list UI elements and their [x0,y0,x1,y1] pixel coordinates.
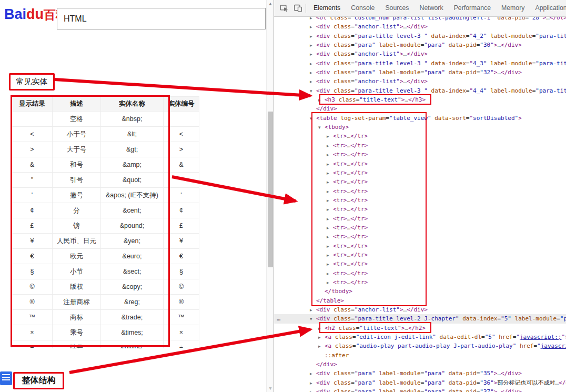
tab-console[interactable]: Console [346,0,380,16]
tree-line[interactable]: ▸<tr>…</tr> [274,232,566,241]
tree-line[interactable]: ▸<tr>…</tr> [274,214,566,223]
tree-line[interactable]: </div> [274,104,566,113]
tree-line[interactable]: ▸<div class="para" label-module="para" d… [274,378,566,387]
syntax-token: class [330,78,351,85]
device-toolbar-icon[interactable] [291,2,305,15]
more-actions-icon[interactable]: … [277,314,281,323]
scrollbar-thumb[interactable] [268,112,273,267]
tree-line[interactable]: ▾<tbody> [274,123,566,132]
expand-icon[interactable]: ▸ [327,215,333,224]
tree-line[interactable]: ▸<div class="anchor-list">…</div> [274,22,566,31]
tree-line[interactable]: ▸<a class="audio-play part-audio-play J-… [274,341,566,350]
tree-line[interactable]: ▸<tr>…</tr> [274,242,566,250]
expand-icon[interactable]: ▸ [310,77,316,86]
tree-line[interactable]: </table> [274,296,566,305]
expand-icon[interactable]: ▸ [310,32,316,41]
tree-line[interactable]: ▸<a class="edit-icon j-edit-link" data-e… [274,333,566,341]
expand-icon[interactable]: ▸ [327,242,333,251]
tab-network[interactable]: Network [415,0,449,16]
syntax-token: label-module [487,60,532,67]
tree-line[interactable]: ::after [274,351,566,360]
tree-line[interactable]: ▸<tr>…</tr> [274,159,566,168]
tab-application[interactable]: Application [530,0,566,16]
tree-line[interactable]: </tbody> [274,287,566,296]
expand-icon[interactable]: ▸ [327,187,333,196]
tree-line[interactable]: ▸<tr>…</tr> [274,278,566,287]
tree-line[interactable]: ▾<table log-set-param="table_view" data-… [274,114,566,123]
tree-line[interactable]: ▸<div class="para" label-module="para" d… [274,41,566,49]
tree-line[interactable]: ▸<h2 class="title-text">…</h2> [274,324,566,333]
tree-line[interactable]: ▸<div class="anchor-list">…</div> [274,77,566,86]
expand-icon[interactable]: ▸ [327,233,333,242]
expand-icon[interactable]: ▸ [327,224,333,233]
tree-line[interactable]: ▸<tr>…</tr> [274,196,566,205]
tree-line[interactable]: ▸<div class="para" label-module="para" d… [274,68,566,77]
tree-line[interactable]: ▸<tr>…</tr> [274,205,566,214]
expand-icon[interactable]: ▸ [327,205,333,214]
tree-line[interactable]: ▸<div class="anchor-list">…</div> [274,305,566,314]
tree-line[interactable]: ▸<tr>…</tr> [274,250,566,259]
syntax-token: <tr> [333,279,347,286]
page-scrollbar[interactable]: ▲ ▼ [266,0,274,392]
syntax-token: data-index [428,60,466,67]
tree-line[interactable]: </div> [274,360,566,369]
tree-line[interactable]: ▸<tr>…</tr> [274,269,566,278]
expand-icon[interactable]: ▸ [327,142,333,150]
expand-icon[interactable]: ▸ [310,306,316,315]
tree-line[interactable]: ▸<div class="para" label-module="para" d… [274,369,566,378]
href-link[interactable]: javascript:; [520,334,561,340]
tree-line[interactable]: ▸<tr>…</tr> [274,223,566,232]
tree-line[interactable]: ▾<div class="para-title level-3 " data-i… [274,86,566,95]
tab-elements[interactable]: Elements [308,0,346,16]
expand-icon[interactable]: ▸ [310,369,316,378]
expand-icon[interactable]: ▸ [327,260,333,269]
expand-icon[interactable]: ▸ [310,50,316,59]
expand-icon[interactable]: ▸ [327,269,333,278]
expand-icon[interactable]: ▸ [327,169,333,178]
expand-icon[interactable]: ▸ [310,23,316,32]
tree-line[interactable]: ▸<tr>…</tr> [274,168,566,177]
expand-icon[interactable]: ▸ [327,196,333,205]
expand-icon[interactable]: ▸ [327,251,333,260]
expand-icon[interactable]: ▸ [327,150,333,159]
tree-line[interactable]: ▸<div class="para" label-module="para" d… [274,387,566,392]
expand-icon[interactable]: ▸ [318,96,325,105]
expand-icon[interactable]: ▸ [310,379,316,388]
tree-line[interactable]: ▸<tr>…</tr> [274,177,566,186]
tab-memory[interactable]: Memory [496,0,530,16]
expand-icon[interactable]: ▸ [310,41,316,50]
expand-icon[interactable]: ▸ [327,178,333,187]
collapse-icon[interactable]: ▾ [310,315,316,324]
tree-line[interactable]: ▸<div class="para-title level-3 " data-i… [274,59,566,68]
tree-line[interactable]: ▸<tr>…</tr> [274,187,566,196]
expand-icon[interactable]: ▸ [310,59,316,68]
tree-line[interactable]: ▸<div class="anchor-list">…</div> [274,49,566,58]
scroll-down-icon[interactable]: ▼ [267,386,274,391]
expand-icon[interactable]: ▸ [310,388,316,392]
inspect-element-icon[interactable] [277,2,291,15]
expand-icon[interactable]: ▸ [318,342,325,351]
expand-icon[interactable]: ▸ [327,160,333,169]
tree-line[interactable]: ▸<tr>…</tr> [274,141,566,150]
tree-line[interactable]: ▸<tr>…</tr> [274,259,566,268]
expand-icon[interactable]: ▸ [310,68,316,77]
tree-line[interactable]: ▸<ol class="custom_num para-list list-pa… [274,17,566,22]
collapse-icon[interactable]: ▾ [310,114,316,123]
scroll-up-icon[interactable]: ▲ [267,1,274,6]
tree-line[interactable]: ▸<tr>…</tr> [274,150,566,159]
href-link[interactable]: javascript:; [541,343,566,349]
tab-sources[interactable]: Sources [380,0,414,16]
tab-performance[interactable]: Performance [449,0,496,16]
tree-line[interactable]: ▸<tr>…</tr> [274,132,566,140]
expand-icon[interactable]: ▸ [327,278,333,287]
expand-icon[interactable]: ▸ [327,132,333,141]
tree-line[interactable]: ▾<div class="para-title level-2 J-chapte… [274,314,566,323]
catalog-icon[interactable] [0,371,12,385]
tree-line[interactable]: ▸<h3 class="title-text">…</h3> [274,95,566,104]
tree-line[interactable]: ▸<div class="para-title level-3 " data-i… [274,32,566,41]
expand-icon[interactable]: ▸ [318,333,325,342]
search-input[interactable]: HTML [57,8,266,29]
expand-icon[interactable]: ▸ [318,324,325,333]
collapse-icon[interactable]: ▾ [318,123,325,132]
collapse-icon[interactable]: ▾ [310,87,316,96]
